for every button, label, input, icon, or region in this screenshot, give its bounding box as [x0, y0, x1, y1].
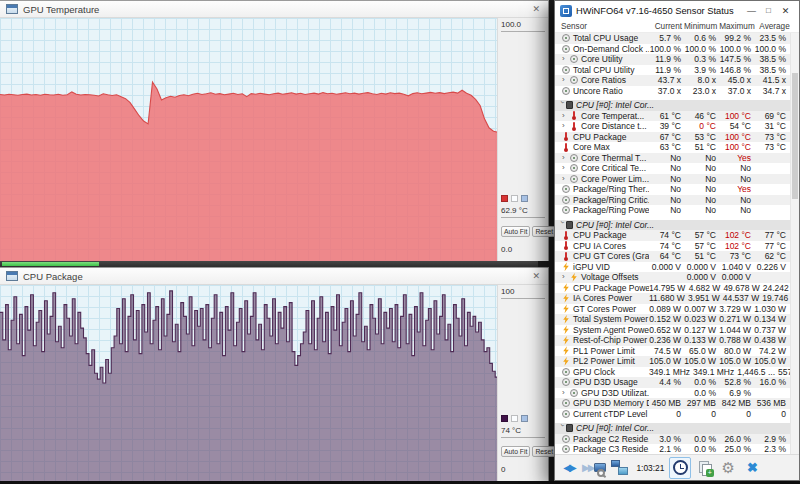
navigate-arrows-button[interactable]: ◀▶	[558, 457, 580, 479]
hwinfo-titlebar[interactable]: HWiNFO64 v7.16-4650 Sensor Status — □ ✕	[555, 1, 799, 20]
background-color-swatch[interactable]	[511, 415, 518, 422]
value-current: 0	[649, 409, 684, 419]
sensor-group-header[interactable]: ›CPU [#0]: Intel Cor...	[555, 100, 790, 111]
find-sensor-button[interactable]: ▶▶	[582, 457, 606, 479]
sensor-row[interactable]: ›Core Thermal T...NoNoYes	[555, 153, 790, 164]
quit-button[interactable]: ✖	[741, 457, 763, 479]
column-current[interactable]: Current	[649, 22, 684, 31]
cpu-package-chart	[0, 285, 498, 481]
scrollbar-thumb[interactable]	[792, 73, 798, 199]
sensor-row[interactable]: Uncore Ratio37.0 x23.0 x37.0 x34.7 x	[555, 86, 790, 97]
sensor-row[interactable]: Total System Power0.152 W0.023 W0.271 W0…	[555, 314, 790, 325]
sensor-row[interactable]: ›Core Power Lim...NoNoNo	[555, 174, 790, 185]
sensor-row[interactable]: iGPU VID0.000 V0.000 V1.040 V0.226 V	[555, 262, 790, 273]
value-minimum: 0.0 %	[684, 434, 719, 444]
sensor-row[interactable]: ›Core Ratios43.7 x8.0 x45.0 x41.5 x	[555, 75, 790, 86]
reset-button[interactable]: Reset	[532, 446, 556, 457]
close-icon[interactable]: ✕	[777, 6, 794, 16]
scrollbar[interactable]	[790, 33, 799, 455]
logging-button[interactable]	[693, 457, 715, 479]
sensor-row[interactable]: System Agent Power0.652 W0.127 W1.044 W0…	[555, 325, 790, 336]
close-icon[interactable]: ✕	[532, 5, 540, 14]
settings-button[interactable]: ⚙	[717, 457, 739, 479]
desktop: GPU Temperature ✕ 100.0 62.9 °C Auto Fit…	[0, 0, 800, 484]
expand-chevron-icon[interactable]: ›	[562, 164, 570, 172]
collapse-chevron-icon[interactable]: ›	[558, 424, 566, 432]
sensor-row[interactable]: Package C2 Reside...3.0 %0.0 %26.0 %2.9 …	[555, 434, 790, 445]
value-maximum: No	[719, 174, 754, 184]
value-minimum: 57 °C	[684, 241, 719, 251]
column-sensor[interactable]: Sensor	[555, 22, 649, 31]
sensor-name: GPU D3D Usage	[573, 377, 638, 387]
gpu-temperature-titlebar[interactable]: GPU Temperature ✕	[0, 1, 548, 18]
sensor-row[interactable]: Current cTDP Level0000	[555, 409, 790, 420]
sensor-row[interactable]: CPU IA Cores74 °C57 °C102 °C77 °C	[555, 241, 790, 252]
sensor-row[interactable]: ›Core Temperat...61 °C46 °C100 °C69 °C	[555, 111, 790, 122]
sensor-row[interactable]: ›Core Distance t...39 °C0 °C54 °C31 °C	[555, 121, 790, 132]
auto-fit-button[interactable]: Auto Fit	[501, 226, 530, 237]
sensor-row[interactable]: Package/Ring Ther...NoNoYes	[555, 184, 790, 195]
value-average: 557.2 MHz	[778, 367, 790, 377]
sensor-row[interactable]: ›Core Utility11.9 %0.3 %147.5 %38.5 %	[555, 54, 790, 65]
sensor-label-cell: GPU Clock	[555, 367, 649, 377]
sensor-row[interactable]: CPU Package74 °C57 °C102 °C77 °C	[555, 230, 790, 241]
sensor-row[interactable]: Rest-of-Chip Power0.236 W0.133 W0.788 W0…	[555, 335, 790, 346]
column-maximum[interactable]: Maximum	[719, 22, 756, 31]
sensor-row[interactable]: IA Cores Power11.680 W3.951 W44.537 W19.…	[555, 293, 790, 304]
sensor-row[interactable]: GPU Clock349.1 MHz349.1 MHz1,446.5 ...55…	[555, 367, 790, 378]
expand-chevron-icon[interactable]: ›	[562, 175, 570, 183]
sensor-row[interactable]: PL2 Power Limit105.0 W105.0 W105.0 W105.…	[555, 356, 790, 367]
sensor-row[interactable]: Package/Ring Powe...NoNoNo	[555, 205, 790, 216]
auto-fit-button[interactable]: Auto Fit	[501, 446, 530, 457]
expand-chevron-icon[interactable]: ›	[562, 273, 570, 281]
expand-chevron-icon[interactable]: ›	[562, 76, 570, 84]
sensor-row[interactable]: ›Core Critical Te...NoNoNo	[555, 163, 790, 174]
column-minimum[interactable]: Minimum	[684, 22, 719, 31]
expand-chevron-icon[interactable]: ›	[562, 55, 570, 63]
sensor-row[interactable]: CPU Package Power14.795 W4.682 W49.678 W…	[555, 283, 790, 294]
sensor-row[interactable]: GT Cores Power0.089 W0.007 W3.729 W1.030…	[555, 304, 790, 315]
sensor-group-header[interactable]: ›CPU [#0]: Intel Cor...	[555, 220, 790, 231]
line-color-swatch[interactable]	[501, 415, 508, 422]
minimize-icon[interactable]: —	[743, 6, 760, 16]
expand-chevron-icon[interactable]: ›	[562, 389, 570, 397]
sensor-name: Rest-of-Chip Power	[573, 335, 647, 345]
hwinfo-app-icon	[560, 5, 572, 17]
remote-sensors-button[interactable]	[608, 457, 630, 479]
sensor-row[interactable]: CPU GT Cores (Gra...64 °C51 °C73 °C62 °C	[555, 251, 790, 262]
sensor-row[interactable]: Core Max63 °C51 °C100 °C73 °C	[555, 142, 790, 153]
sensor-row[interactable]: ›Voltage Offsets0.000 V0.000 V	[555, 272, 790, 283]
sensor-row[interactable]: ›GPU D3D Utilizat...0.0 %6.9 %	[555, 388, 790, 399]
chip-icon	[566, 424, 573, 432]
sensor-row[interactable]: Package/Ring Critic...NoNoNo	[555, 195, 790, 206]
expand-chevron-icon[interactable]: ›	[562, 154, 570, 162]
sensor-label-cell: CPU IA Cores	[555, 241, 649, 251]
sensor-row[interactable]: CPU Package67 °C53 °C100 °C73 °C	[555, 132, 790, 143]
grid-color-swatch[interactable]	[521, 195, 528, 202]
clock-button[interactable]	[669, 457, 691, 479]
sensor-label-cell: Current cTDP Level	[555, 409, 649, 419]
maximize-icon[interactable]: □	[760, 6, 777, 16]
sensor-row[interactable]: Package C3 Reside...2.1 %0.0 %25.0 %2.3 …	[555, 444, 790, 455]
sensor-row[interactable]: Total CPU Utility11.9 %3.9 %146.8 %38.5 …	[555, 65, 790, 76]
column-average[interactable]: Average	[757, 22, 792, 31]
grid-color-swatch[interactable]	[521, 415, 528, 422]
sensor-row[interactable]: GPU D3D Memory D...450 MB297 MB842 MB536…	[555, 398, 790, 409]
sensor-row[interactable]: On-Demand Clock ...100.0 %100.0 %100.0 %…	[555, 44, 790, 55]
background-color-swatch[interactable]	[511, 195, 518, 202]
sensor-group-header[interactable]: ›CPU [#0]: Intel Cor...	[555, 423, 790, 434]
reset-button[interactable]: Reset	[532, 226, 556, 237]
expand-chevron-icon[interactable]: ›	[562, 122, 570, 130]
sensor-row[interactable]: Total CPU Usage5.7 %0.6 %99.2 %23.5 %	[555, 33, 790, 44]
close-icon[interactable]: ✕	[532, 272, 540, 281]
sensor-row[interactable]: GPU D3D Usage4.4 %0.0 %52.8 %16.0 %	[555, 377, 790, 388]
sensor-label-cell: Package/Ring Ther...	[555, 184, 649, 194]
sensor-name: Core Utility	[581, 54, 623, 64]
collapse-chevron-icon[interactable]: ›	[558, 101, 566, 109]
value-average: 2.3 %	[754, 444, 789, 454]
sensor-row[interactable]: PL1 Power Limit74.5 W65.0 W80.0 W74.2 W	[555, 346, 790, 357]
line-color-swatch[interactable]	[501, 195, 508, 202]
collapse-chevron-icon[interactable]: ›	[558, 221, 566, 229]
expand-chevron-icon[interactable]: ›	[562, 112, 570, 120]
cpu-package-titlebar[interactable]: CPU Package ✕	[0, 268, 548, 285]
